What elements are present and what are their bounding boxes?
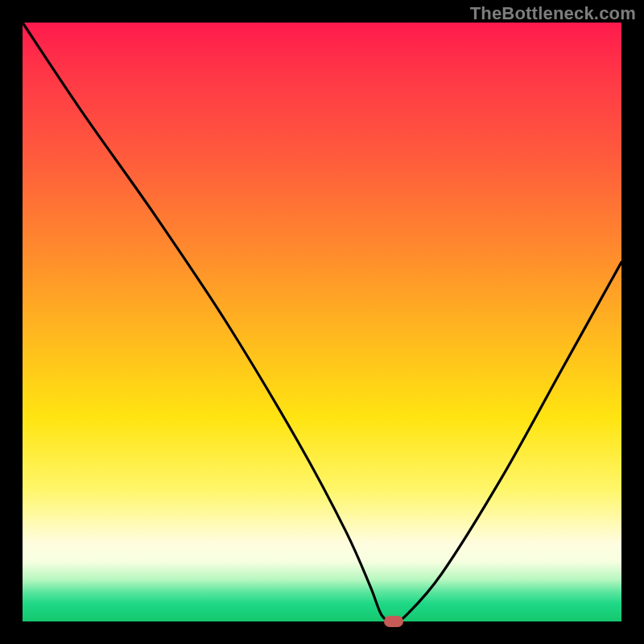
watermark-text: TheBottleneck.com — [470, 3, 636, 24]
optimum-marker — [384, 616, 403, 627]
bottleneck-curve — [23, 23, 621, 621]
plot-area — [23, 23, 621, 621]
chart-frame: TheBottleneck.com — [0, 0, 644, 644]
